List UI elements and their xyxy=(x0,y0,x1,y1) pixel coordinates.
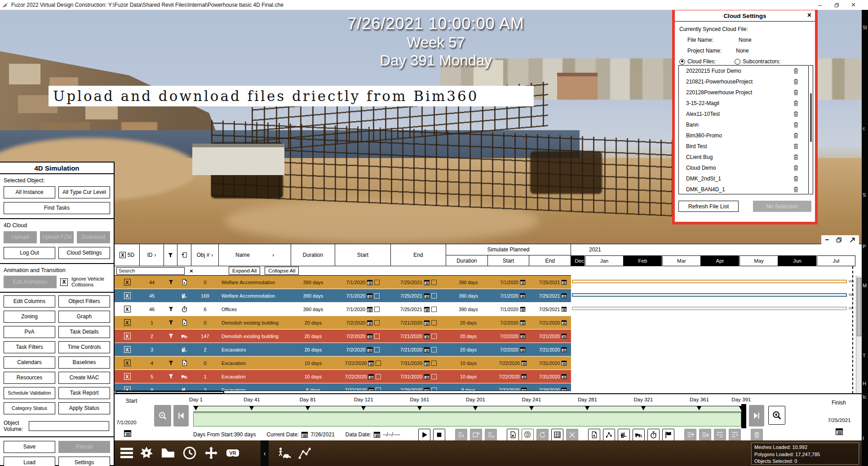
delete-file-icon[interactable] xyxy=(793,100,799,106)
delete-button[interactable] xyxy=(751,429,763,441)
row-start-checkbox[interactable] xyxy=(376,374,381,379)
palette-button[interactable] xyxy=(522,429,534,441)
sidebar-button-all-instance[interactable]: All Instance xyxy=(4,186,55,198)
calendar-icon[interactable] xyxy=(561,333,567,339)
sidebar-button-log-out[interactable]: Log Out xyxy=(4,247,55,259)
calendar-icon[interactable] xyxy=(520,320,526,325)
sidebar-button-baselines[interactable]: Baselines xyxy=(58,356,110,369)
sidebar-button-upload-fzm[interactable]: Upload FZM xyxy=(40,231,73,243)
row-start-checkbox[interactable] xyxy=(374,293,380,299)
sidebar-button-time-controls[interactable]: Time Controls xyxy=(58,341,110,353)
flag-button[interactable] xyxy=(662,429,674,441)
row-end-checkbox[interactable] xyxy=(431,293,437,299)
delete-file-icon[interactable] xyxy=(793,89,799,96)
calendar-icon[interactable] xyxy=(367,293,373,299)
cloud-file-item[interactable]: Bim360-Promo xyxy=(679,130,808,141)
timeline-slider[interactable]: Day 1Day 41Day 81Day 121Day 161Day 201Da… xyxy=(193,406,741,426)
column-header-end[interactable]: End xyxy=(391,244,446,266)
table-row[interactable]: X2147Demolish existing building20 days7/… xyxy=(115,330,571,343)
timeline-zoom-in-button[interactable] xyxy=(768,406,785,425)
timeline-position-marker[interactable] xyxy=(741,404,746,428)
row-checkbox[interactable]: X xyxy=(124,279,131,286)
calendar-icon[interactable] xyxy=(367,306,373,312)
calendar-icon[interactable] xyxy=(521,360,527,366)
calendar-icon[interactable] xyxy=(367,347,373,353)
column-header-type[interactable] xyxy=(177,244,191,266)
row-checkbox[interactable]: X xyxy=(124,319,131,326)
calendar-icon[interactable] xyxy=(561,347,567,352)
row-checkbox[interactable]: X xyxy=(124,292,131,299)
column-header-sim-end[interactable]: End xyxy=(529,255,571,266)
vr-icon[interactable]: VR xyxy=(224,444,241,462)
calendar-icon[interactable] xyxy=(520,279,526,285)
funnel-icon[interactable] xyxy=(164,279,177,285)
column-header-filter[interactable] xyxy=(164,244,177,266)
sidebar-button-task-report[interactable]: Task Report xyxy=(58,387,110,399)
edit-animation-button[interactable]: Edit Animation xyxy=(4,276,57,288)
timeline-skip-start-button[interactable] xyxy=(173,405,189,426)
sidebar-button-zoning[interactable]: Zoning xyxy=(4,311,55,323)
row-end-checkbox[interactable] xyxy=(431,374,437,379)
cloud-file-item[interactable]: 3-15-22-Magil xyxy=(679,98,808,109)
calendar-icon[interactable] xyxy=(424,360,430,366)
sidebar-button-object-filters[interactable]: Object Filters xyxy=(58,295,110,308)
sidebar-button-pva[interactable]: PvA xyxy=(4,326,55,338)
clear-search-icon[interactable]: × xyxy=(188,268,195,274)
doc-x-button[interactable] xyxy=(507,429,519,441)
sidebar-button-all-type-cur-level[interactable]: All Type Cur Level xyxy=(58,186,110,198)
calendar-icon[interactable] xyxy=(561,293,567,299)
table-row[interactable]: X40Excavation10 days7/22/20207/31/202010… xyxy=(115,356,571,370)
delete-file-icon[interactable] xyxy=(793,67,799,74)
delete-file-icon[interactable] xyxy=(793,121,799,128)
delete-file-icon[interactable] xyxy=(793,175,799,182)
dependency-button[interactable] xyxy=(603,429,615,441)
dialog-close-icon[interactable]: × xyxy=(807,11,811,19)
timeline-zoom-out-button[interactable] xyxy=(154,405,171,426)
table-row[interactable]: X45169Welfare Accommodation390 days7/1/2… xyxy=(115,289,571,303)
row-checkbox[interactable]: X xyxy=(124,306,131,312)
delete-task-button[interactable] xyxy=(485,429,497,441)
sidebar-button-schedule-validation[interactable]: Schedule Validation xyxy=(4,387,55,399)
sidebar-button-create-mac[interactable]: Create MAC xyxy=(58,372,110,384)
row-checkbox[interactable]: X xyxy=(124,360,131,366)
column-header-5d[interactable]: X 5D xyxy=(115,244,140,266)
column-header-id[interactable]: ID› xyxy=(140,244,164,266)
restore-icon[interactable] xyxy=(834,2,840,8)
cloud-file-item[interactable]: Cloud Demo xyxy=(679,163,808,173)
cloud-file-item[interactable]: Alex11-10Test xyxy=(679,109,808,119)
calendar-icon[interactable] xyxy=(561,360,567,366)
fuzor-logo-icon[interactable] xyxy=(138,444,155,462)
funnel-icon[interactable] xyxy=(164,333,177,339)
row-end-checkbox[interactable] xyxy=(431,347,437,352)
calendar-icon[interactable] xyxy=(367,279,373,286)
calendar-icon[interactable] xyxy=(520,333,526,339)
column-header-name[interactable]: Name› xyxy=(219,244,291,266)
row-start-checkbox[interactable] xyxy=(374,347,380,352)
calendar-icon[interactable] xyxy=(424,347,430,353)
sidebar-button-apply-status[interactable]: Apply Status xyxy=(58,402,110,414)
cloud-file-item[interactable]: DMK_2ndSt_1 xyxy=(679,173,808,184)
minimize-icon[interactable]: – xyxy=(817,2,823,8)
row-checkbox[interactable]: X xyxy=(124,333,131,339)
cloud-file-item[interactable]: 220128Powerhouse Project xyxy=(679,87,808,98)
delete-file-icon[interactable] xyxy=(793,110,799,117)
search-input[interactable] xyxy=(117,268,188,273)
calendar-icon[interactable] xyxy=(521,374,527,379)
gantt-vertical-scrollbar[interactable] xyxy=(856,276,862,394)
calendar-icon[interactable] xyxy=(424,374,430,380)
calendar-icon[interactable] xyxy=(561,306,567,312)
timeline-skip-end-button[interactable] xyxy=(749,405,764,426)
new-task-button[interactable] xyxy=(588,429,600,441)
move-icon[interactable] xyxy=(203,444,220,462)
outdent-button[interactable] xyxy=(729,429,741,441)
calendar-icon[interactable] xyxy=(520,306,526,312)
row-start-checkbox[interactable] xyxy=(374,334,380,339)
refresh-file-list-button[interactable]: Refresh File List xyxy=(678,201,739,212)
vscroll-thumb[interactable] xyxy=(857,278,861,336)
calendar-icon[interactable] xyxy=(424,279,430,286)
add-task-button[interactable] xyxy=(455,429,467,441)
row-end-checkbox[interactable] xyxy=(431,307,437,312)
sidebar-button-edit-columns[interactable]: Edit Columns xyxy=(4,295,55,308)
close-icon[interactable]: × xyxy=(850,2,856,8)
column-header-obj[interactable]: Obj #› xyxy=(191,244,219,266)
